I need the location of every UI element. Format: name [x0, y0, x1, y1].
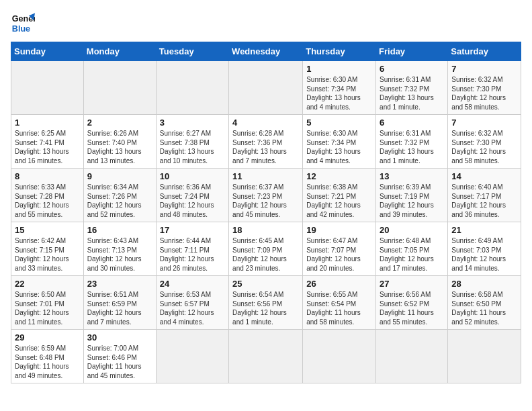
calendar-cell: 6 Sunrise: 6:31 AMSunset: 7:32 PMDayligh… — [376, 61, 448, 115]
calendar-cell — [229, 61, 303, 115]
calendar-cell — [448, 330, 521, 383]
col-header-thursday: Thursday — [303, 42, 376, 61]
svg-text:Blue: Blue — [12, 24, 30, 34]
day-number: 14 — [451, 171, 517, 181]
calendar-cell — [83, 61, 156, 115]
day-info: Sunrise: 6:45 AMSunset: 7:09 PMDaylight:… — [232, 236, 299, 273]
day-info: Sunrise: 7:00 AMSunset: 6:46 PMDaylight:… — [87, 344, 152, 380]
day-info: Sunrise: 6:36 AMSunset: 7:24 PMDaylight:… — [160, 183, 225, 219]
calendar-table: SundayMondayTuesdayWednesdayThursdayFrid… — [11, 42, 521, 383]
calendar-cell — [156, 330, 228, 383]
calendar-cell: 16 Sunrise: 6:43 AMSunset: 7:13 PMDaylig… — [83, 222, 156, 276]
day-number: 12 — [306, 171, 372, 181]
calendar-cell: 7 Sunrise: 6:32 AMSunset: 7:30 PMDayligh… — [448, 61, 521, 115]
calendar-cell — [229, 330, 303, 383]
day-info: Sunrise: 6:49 AMSunset: 7:03 PMDaylight:… — [451, 236, 517, 273]
col-header-tuesday: Tuesday — [156, 42, 228, 61]
day-info: Sunrise: 6:42 AMSunset: 7:15 PMDaylight:… — [15, 236, 80, 273]
day-info: Sunrise: 6:44 AMSunset: 7:11 PMDaylight:… — [160, 236, 225, 273]
col-header-monday: Monday — [83, 42, 156, 61]
day-info: Sunrise: 6:56 AMSunset: 6:52 PMDaylight:… — [380, 290, 444, 326]
calendar-cell: 26 Sunrise: 6:55 AMSunset: 6:54 PMDaylig… — [303, 276, 376, 330]
day-number: 1 — [15, 118, 80, 128]
logo-icon: General Blue — [11, 11, 35, 35]
calendar-cell: 5 Sunrise: 6:30 AMSunset: 7:34 PMDayligh… — [303, 115, 376, 169]
week-row-5: 22 Sunrise: 6:50 AMSunset: 7:01 PMDaylig… — [11, 276, 521, 330]
calendar-cell: 10 Sunrise: 6:36 AMSunset: 7:24 PMDaylig… — [156, 169, 228, 222]
day-number: 30 — [87, 332, 152, 342]
day-number: 24 — [160, 279, 225, 289]
col-header-wednesday: Wednesday — [229, 42, 303, 61]
calendar-cell — [156, 61, 228, 115]
day-number: 18 — [232, 225, 299, 235]
day-number: 2 — [87, 118, 152, 128]
day-number: 5 — [306, 118, 372, 128]
day-number: 26 — [306, 279, 372, 289]
day-info: Sunrise: 6:30 AMSunset: 7:34 PMDaylight:… — [306, 75, 372, 111]
calendar-cell: 28 Sunrise: 6:58 AMSunset: 6:50 PMDaylig… — [448, 276, 521, 330]
day-info: Sunrise: 6:31 AMSunset: 7:32 PMDaylight:… — [380, 129, 444, 165]
day-info: Sunrise: 6:59 AMSunset: 6:48 PMDaylight:… — [15, 344, 80, 380]
calendar-cell: 14 Sunrise: 6:40 AMSunset: 7:17 PMDaylig… — [448, 169, 521, 222]
col-header-saturday: Saturday — [448, 42, 521, 61]
day-info: Sunrise: 6:53 AMSunset: 6:57 PMDaylight:… — [160, 290, 225, 326]
day-number: 13 — [380, 171, 444, 181]
day-number: 7 — [451, 118, 517, 128]
header-row: SundayMondayTuesdayWednesdayThursdayFrid… — [11, 42, 521, 61]
calendar-cell: 20 Sunrise: 6:48 AMSunset: 7:05 PMDaylig… — [376, 222, 448, 276]
day-number: 28 — [451, 279, 517, 289]
calendar-cell: 21 Sunrise: 6:49 AMSunset: 7:03 PMDaylig… — [448, 222, 521, 276]
calendar-cell: 3 Sunrise: 6:27 AMSunset: 7:38 PMDayligh… — [156, 115, 228, 169]
day-info: Sunrise: 6:38 AMSunset: 7:21 PMDaylight:… — [306, 183, 372, 219]
day-info: Sunrise: 6:28 AMSunset: 7:36 PMDaylight:… — [232, 129, 299, 165]
day-info: Sunrise: 6:33 AMSunset: 7:28 PMDaylight:… — [15, 183, 80, 219]
calendar-cell: 12 Sunrise: 6:38 AMSunset: 7:21 PMDaylig… — [303, 169, 376, 222]
calendar-cell — [11, 61, 84, 115]
calendar-cell: 2 Sunrise: 6:26 AMSunset: 7:40 PMDayligh… — [83, 115, 156, 169]
day-info: Sunrise: 6:32 AMSunset: 7:30 PMDaylight:… — [451, 75, 517, 111]
day-number: 22 — [15, 279, 80, 289]
week-row-6: 29 Sunrise: 6:59 AMSunset: 6:48 PMDaylig… — [11, 330, 521, 383]
day-number: 16 — [87, 225, 152, 235]
day-info: Sunrise: 6:30 AMSunset: 7:34 PMDaylight:… — [306, 129, 372, 165]
calendar-cell: 23 Sunrise: 6:51 AMSunset: 6:59 PMDaylig… — [83, 276, 156, 330]
day-number: 8 — [15, 171, 80, 181]
calendar-cell: 27 Sunrise: 6:56 AMSunset: 6:52 PMDaylig… — [376, 276, 448, 330]
day-number: 7 — [451, 64, 517, 74]
calendar-cell: 29 Sunrise: 6:59 AMSunset: 6:48 PMDaylig… — [11, 330, 84, 383]
day-info: Sunrise: 6:34 AMSunset: 7:26 PMDaylight:… — [87, 183, 152, 219]
day-info: Sunrise: 6:50 AMSunset: 7:01 PMDaylight:… — [15, 290, 80, 326]
day-number: 19 — [306, 225, 372, 235]
col-header-friday: Friday — [376, 42, 448, 61]
day-number: 23 — [87, 279, 152, 289]
day-number: 11 — [232, 171, 299, 181]
day-number: 4 — [232, 118, 299, 128]
day-info: Sunrise: 6:51 AMSunset: 6:59 PMDaylight:… — [87, 290, 152, 326]
calendar-cell: 17 Sunrise: 6:44 AMSunset: 7:11 PMDaylig… — [156, 222, 228, 276]
calendar-cell: 6 Sunrise: 6:31 AMSunset: 7:32 PMDayligh… — [376, 115, 448, 169]
calendar-cell: 25 Sunrise: 6:54 AMSunset: 6:56 PMDaylig… — [229, 276, 303, 330]
day-number: 21 — [451, 225, 517, 235]
day-info: Sunrise: 6:39 AMSunset: 7:19 PMDaylight:… — [380, 183, 444, 219]
calendar-cell: 8 Sunrise: 6:33 AMSunset: 7:28 PMDayligh… — [11, 169, 84, 222]
day-number: 6 — [380, 64, 444, 74]
calendar-cell — [303, 330, 376, 383]
calendar-cell: 1 Sunrise: 6:25 AMSunset: 7:41 PMDayligh… — [11, 115, 84, 169]
day-info: Sunrise: 6:40 AMSunset: 7:17 PMDaylight:… — [451, 183, 517, 219]
week-row-4: 15 Sunrise: 6:42 AMSunset: 7:15 PMDaylig… — [11, 222, 521, 276]
day-info: Sunrise: 6:31 AMSunset: 7:32 PMDaylight:… — [380, 75, 444, 111]
day-info: Sunrise: 6:48 AMSunset: 7:05 PMDaylight:… — [380, 236, 444, 273]
calendar-cell: 4 Sunrise: 6:28 AMSunset: 7:36 PMDayligh… — [229, 115, 303, 169]
week-row-1: 1 Sunrise: 6:30 AMSunset: 7:34 PMDayligh… — [11, 61, 521, 115]
day-info: Sunrise: 6:27 AMSunset: 7:38 PMDaylight:… — [160, 129, 225, 165]
calendar-cell: 15 Sunrise: 6:42 AMSunset: 7:15 PMDaylig… — [11, 222, 84, 276]
day-number: 9 — [87, 171, 152, 181]
day-info: Sunrise: 6:58 AMSunset: 6:50 PMDaylight:… — [451, 290, 517, 326]
calendar-cell: 19 Sunrise: 6:47 AMSunset: 7:07 PMDaylig… — [303, 222, 376, 276]
day-number: 25 — [232, 279, 299, 289]
day-info: Sunrise: 6:43 AMSunset: 7:13 PMDaylight:… — [87, 236, 152, 273]
day-number: 29 — [15, 332, 80, 342]
calendar-cell: 1 Sunrise: 6:30 AMSunset: 7:34 PMDayligh… — [303, 61, 376, 115]
day-number: 27 — [380, 279, 444, 289]
day-number: 20 — [380, 225, 444, 235]
